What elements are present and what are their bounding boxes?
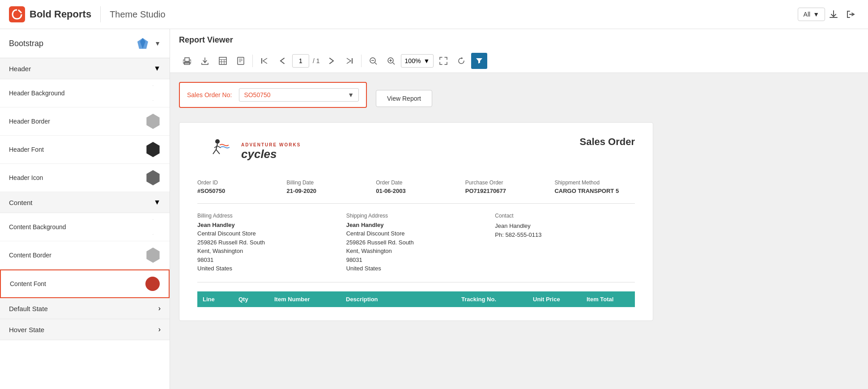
- prev-page-button[interactable]: [274, 53, 290, 69]
- info-label-billing-date: Billing Date: [287, 180, 367, 186]
- th-unit-price: Unit Price: [528, 291, 581, 307]
- billing-name: Jean Handley: [197, 222, 337, 228]
- svg-rect-3: [185, 58, 189, 61]
- section-chevron-hover: ›: [158, 325, 161, 333]
- property-label-content-font: Content Font: [10, 280, 46, 287]
- fullscreen-button[interactable]: [435, 53, 451, 69]
- info-label-shipment: Shippment Method: [554, 180, 635, 186]
- contact-phone: Ph: 582-555-0113: [495, 231, 635, 239]
- svg-line-28: [217, 146, 221, 148]
- print-button[interactable]: [179, 53, 195, 69]
- param-label: Sales Order No:: [187, 91, 232, 98]
- theme-chevron[interactable]: ▼: [154, 40, 161, 47]
- info-value-billing-date: 21-09-2020: [287, 188, 367, 194]
- export-button[interactable]: [197, 53, 213, 69]
- contact-col: Contact Jean Handley Ph: 582-555-0113: [495, 213, 635, 273]
- zoom-in-button[interactable]: [383, 53, 399, 69]
- section-header-content[interactable]: Content ▼: [0, 192, 170, 213]
- shipping-country: United States: [346, 264, 486, 273]
- property-row-content-border[interactable]: Content Border: [0, 241, 170, 269]
- property-row-header-font[interactable]: Header Font: [0, 136, 170, 164]
- download-button[interactable]: [825, 6, 842, 23]
- table-header: Line Qty Item Number Description Trackin…: [197, 291, 635, 307]
- header-font-swatch[interactable]: [145, 142, 161, 157]
- content-area: Report Viewer: [170, 29, 868, 389]
- section-header-hover-state[interactable]: Hover State ›: [0, 319, 170, 340]
- svg-line-25: [213, 150, 216, 154]
- info-label-purchase-order: Purchase Order: [465, 180, 546, 186]
- page-number-input[interactable]: 1: [292, 54, 309, 68]
- toolbar: 1 / 1: [179, 49, 859, 73]
- toolbar-divider-1: [252, 55, 253, 67]
- sales-order-report: ADVENTURE WORKS cycles Sales Order Order…: [179, 122, 653, 321]
- brand-name: Bold Reports: [30, 9, 91, 20]
- header-border-swatch[interactable]: [145, 114, 161, 129]
- property-label-header-border: Header Border: [9, 118, 50, 125]
- logout-button[interactable]: [842, 6, 859, 23]
- header-background-swatch[interactable]: [145, 85, 161, 101]
- property-row-header-icon[interactable]: Header Icon: [0, 164, 170, 192]
- section-chevron-content: ▼: [153, 198, 161, 206]
- filter-button[interactable]: [471, 53, 487, 69]
- info-col-purchase-order: Purchase Order PO7192170677: [465, 180, 546, 194]
- th-qty: Qty: [233, 291, 269, 307]
- zoom-out-button[interactable]: [365, 53, 381, 69]
- view-report-button[interactable]: View Report: [376, 90, 432, 107]
- report-content: Sales Order No: SO50750 ▼ View Report: [170, 73, 868, 389]
- th-item-number: Item Number: [269, 291, 340, 307]
- content-background-swatch[interactable]: [145, 219, 161, 235]
- sidebar: Bootstrap ▼ Header ▼ Header Background H…: [0, 29, 170, 389]
- billing-address-col: Billing Address Jean Handley Central Dis…: [197, 213, 337, 273]
- top-nav: Bold Reports Theme Studio All ▼: [0, 0, 868, 29]
- first-page-button[interactable]: [256, 53, 272, 69]
- report-viewer-header: Report Viewer: [170, 29, 868, 73]
- report-top: ADVENTURE WORKS cycles Sales Order: [197, 136, 635, 167]
- property-row-header-background[interactable]: Header Background: [0, 79, 170, 107]
- shipping-city: Kent, Washington: [346, 247, 486, 256]
- property-row-content-background[interactable]: Content Background: [0, 213, 170, 241]
- sales-order-title: Sales Order: [579, 136, 635, 148]
- property-label-header-icon: Header Icon: [9, 174, 43, 181]
- section-label-default-state: Default State: [9, 305, 48, 312]
- info-col-order-id: Order ID #SO50750: [197, 180, 278, 194]
- content-font-swatch[interactable]: [145, 277, 160, 291]
- company-logo-svg: [197, 136, 233, 165]
- header-icon-swatch[interactable]: [145, 170, 161, 185]
- param-bar: Sales Order No: SO50750 ▼: [179, 82, 367, 108]
- param-input[interactable]: SO50750 ▼: [239, 88, 359, 102]
- contact-name: Jean Handley: [495, 222, 635, 231]
- svg-line-18: [375, 63, 377, 64]
- nav-filter-dropdown[interactable]: All ▼: [798, 8, 825, 21]
- toolbar-divider-2: [361, 55, 362, 67]
- billing-country: United States: [197, 264, 337, 273]
- refresh-button[interactable]: [453, 53, 469, 69]
- property-label-content-border: Content Border: [9, 252, 51, 259]
- property-row-content-font[interactable]: Content Font: [0, 269, 170, 298]
- th-description: Description: [340, 291, 456, 307]
- doc-button[interactable]: [233, 53, 249, 69]
- svg-rect-10: [238, 57, 244, 64]
- section-chevron-default: ›: [158, 304, 161, 312]
- next-page-button[interactable]: [323, 53, 340, 69]
- section-label-hover-state: Hover State: [9, 326, 44, 333]
- section-chevron-header: ▼: [153, 64, 161, 73]
- section-label-header: Header: [9, 65, 31, 73]
- brand-area: Bold Reports: [9, 6, 101, 22]
- info-label-order-date: Order Date: [376, 180, 456, 186]
- content-border-swatch[interactable]: [145, 248, 161, 263]
- main-layout: Bootstrap ▼ Header ▼ Header Background H…: [0, 29, 868, 389]
- billing-city: Kent, Washington: [197, 247, 337, 256]
- company-name-cycles: cycles: [241, 147, 301, 161]
- table-view-button[interactable]: [215, 53, 231, 69]
- info-value-purchase-order: PO7192170677: [465, 188, 546, 194]
- address-grid: Billing Address Jean Handley Central Dis…: [197, 213, 635, 282]
- order-info-grid: Order ID #SO50750 Billing Date 21-09-202…: [197, 180, 635, 204]
- theme-icon: [136, 36, 150, 51]
- section-header-default-state[interactable]: Default State ›: [0, 298, 170, 319]
- last-page-button[interactable]: [341, 53, 357, 69]
- th-tracking: Tracking No.: [456, 291, 528, 307]
- section-header-header[interactable]: Header ▼: [0, 58, 170, 79]
- zoom-dropdown[interactable]: 100% ▼: [401, 54, 434, 68]
- property-row-header-border[interactable]: Header Border: [0, 107, 170, 136]
- th-item-total: Item Total: [581, 291, 635, 307]
